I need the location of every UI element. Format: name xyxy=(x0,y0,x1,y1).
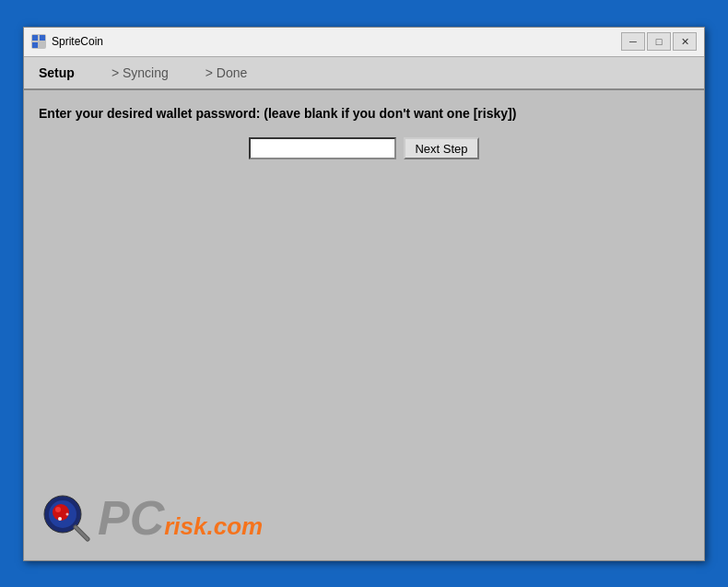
nav-item-done: > Done xyxy=(205,65,285,80)
app-window: SpriteCoin ─ □ ✕ Setup > Syncing > Done … xyxy=(23,27,705,561)
svg-point-8 xyxy=(55,507,61,512)
svg-rect-2 xyxy=(40,35,45,41)
window-controls: ─ □ ✕ xyxy=(621,32,697,51)
dot-com-text: .com xyxy=(207,512,264,541)
nav-bar: Setup > Syncing > Done xyxy=(24,57,704,90)
next-step-button[interactable]: Next Step xyxy=(404,137,478,159)
content-area: Enter your desired wallet password: (lea… xyxy=(24,90,704,560)
window-title: SpriteCoin xyxy=(52,35,621,48)
svg-line-12 xyxy=(76,527,88,539)
close-button[interactable]: ✕ xyxy=(673,32,697,51)
pcrisk-logo-text: PC risk .com xyxy=(98,494,263,542)
input-row: Next Step xyxy=(39,137,689,159)
prompt-text: Enter your desired wallet password: (lea… xyxy=(39,105,689,123)
maximize-button[interactable]: □ xyxy=(647,32,671,51)
risk-text: risk xyxy=(164,514,206,538)
minimize-button[interactable]: ─ xyxy=(621,32,645,51)
title-bar: SpriteCoin ─ □ ✕ xyxy=(24,28,704,57)
svg-rect-3 xyxy=(32,42,38,48)
spritecoin-icon xyxy=(31,34,46,49)
nav-item-setup: Setup xyxy=(39,65,112,80)
svg-point-10 xyxy=(66,512,69,515)
magnifier-icon xyxy=(42,494,90,542)
pc-text: PC xyxy=(98,494,164,542)
svg-rect-1 xyxy=(32,35,38,41)
svg-rect-4 xyxy=(40,42,45,48)
svg-point-9 xyxy=(58,517,62,521)
password-input[interactable] xyxy=(249,137,396,159)
watermark: PC risk .com xyxy=(42,494,263,542)
nav-item-syncing: > Syncing xyxy=(112,65,205,80)
